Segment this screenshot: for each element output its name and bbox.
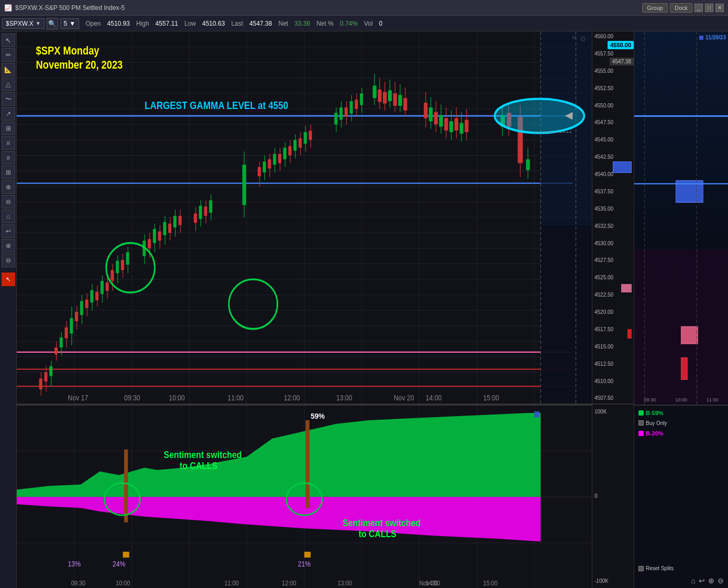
time-14-00: 14:00 — [426, 394, 442, 402]
open-label: Open — [85, 20, 101, 27]
price-chart: ⚙ ≡ — [17, 31, 634, 405]
svg-rect-150 — [299, 138, 302, 148]
tool-zoom-out[interactable]: ⊖ — [2, 254, 15, 267]
back-nav-icon[interactable]: ↩ — [699, 576, 705, 585]
candles-nov17-early — [39, 321, 68, 396]
legend-buy-only[interactable]: Buy Only — [638, 420, 724, 426]
buy-only-checkbox[interactable] — [638, 420, 644, 426]
price-4545: 4545.00 — [594, 137, 632, 143]
svg-rect-213 — [449, 121, 453, 132]
svg-rect-45 — [60, 337, 63, 347]
svg-rect-189 — [393, 93, 397, 106]
price-chart-svg: $SPX Monday November 20, 2023 LARGEST GA… — [17, 31, 592, 404]
candles-11am — [142, 210, 181, 264]
tool-arrow[interactable]: ↗ — [2, 107, 15, 121]
svg-rect-60 — [85, 299, 89, 308]
toolbar: $SPXW.X ▼ 🔍 5 ▼ Open 4510.93 High 4557.1… — [0, 16, 728, 31]
legend-green-dot — [638, 410, 644, 416]
net-pct-label: Net % — [316, 20, 334, 27]
net-label: Net — [278, 20, 288, 27]
price-4532: 4532.50 — [594, 223, 632, 229]
svg-rect-204 — [434, 112, 438, 125]
legend-reset-splits[interactable]: Reset Splits — [638, 565, 724, 571]
tool-measure[interactable]: 📐 — [2, 63, 15, 77]
symbol-label: $SPXW.X — [6, 20, 34, 27]
pct-24: 24% — [113, 559, 126, 568]
net-value: 33.36 — [294, 20, 310, 27]
svg-rect-72 — [106, 282, 109, 291]
svg-rect-219 — [459, 123, 463, 134]
sentiment-text-1a: Sentiment switched — [164, 450, 242, 460]
tool-calc[interactable]: ⊖ — [2, 195, 15, 209]
left-toolbar: ↖ ✏ 📐 △ 〜 ↗ ⊞ ≡ ≡ ⊞ ⊕ ⊖ ⌂ ↩ ⊕ ⊖ ↖ — [0, 31, 17, 588]
low-value: 4510.63 — [202, 20, 225, 27]
s-time-11-00: 11:00 — [225, 579, 239, 586]
restore-button[interactable]: □ — [705, 4, 713, 12]
price-4522: 4522.50 — [594, 292, 632, 298]
tool-select[interactable]: ↖ — [2, 273, 15, 286]
svg-rect-162 — [339, 107, 343, 120]
sentiment-scale: 100K 0 -100K — [592, 405, 634, 588]
dock-button[interactable]: Dock — [670, 3, 692, 13]
symbol-box[interactable]: $SPXW.X ▼ — [2, 18, 45, 29]
tool-list1[interactable]: ≡ — [2, 136, 15, 150]
date-marker-icon — [699, 36, 703, 40]
high-value: 4557.11 — [156, 20, 178, 27]
tool-grid[interactable]: ⊞ — [2, 166, 15, 179]
tool-zoom-in[interactable]: ⊕ — [2, 239, 15, 253]
svg-rect-120 — [209, 200, 212, 213]
interval-box[interactable]: 5 ▼ — [60, 18, 80, 29]
zoom-out-nav-icon[interactable]: ⊖ — [718, 576, 724, 585]
right-panel-price: 09:30 10:00 11:00 11/20/23 — [634, 31, 728, 405]
svg-rect-57 — [80, 301, 83, 315]
svg-rect-111 — [194, 213, 197, 223]
svg-rect-234 — [526, 159, 530, 170]
right-red-rect — [681, 358, 688, 380]
tool-wave[interactable]: 〜 — [2, 92, 15, 106]
svg-rect-192 — [398, 95, 402, 106]
svg-rect-78 — [116, 261, 119, 274]
symbol-dropdown-arrow[interactable]: ▼ — [36, 20, 41, 26]
price-4560: 4560.00 — [594, 34, 632, 39]
legend-b20: B-20% — [638, 430, 724, 437]
date-marker — [534, 411, 539, 417]
future-overlay-dark — [541, 225, 592, 404]
price-4542: 4542.50 — [594, 154, 632, 160]
reset-splits-checkbox[interactable] — [638, 566, 644, 571]
svg-rect-144 — [289, 146, 292, 156]
low-label: Low — [184, 20, 196, 27]
svg-rect-48 — [65, 328, 68, 339]
tool-list2[interactable]: ≡ — [2, 151, 15, 165]
legend-b59: B-59% — [638, 410, 724, 416]
tool-cursor[interactable]: ↖ — [2, 34, 15, 47]
window-title: $SPXW.X-S&P 500 PM Settled Index-5 — [15, 4, 125, 12]
tool-home[interactable]: ⌂ — [2, 210, 15, 223]
group-button[interactable]: Group — [642, 3, 668, 13]
interval-dropdown[interactable]: ▼ — [69, 20, 75, 27]
home-nav-icon[interactable]: ⌂ — [691, 576, 696, 585]
price-4515: 4515.00 — [594, 344, 632, 350]
svg-rect-105 — [173, 216, 177, 227]
bar-marker-2 — [305, 420, 309, 507]
svg-rect-126 — [258, 167, 261, 177]
zoom-in-nav-icon[interactable]: ⊕ — [708, 576, 714, 585]
close-button[interactable]: ✕ — [715, 4, 724, 12]
pct-59: 59% — [311, 411, 325, 420]
sentiment-svg: 59% Sentiment switched to CALLS Sentimen… — [17, 406, 592, 588]
price-4552: 4552.50 — [594, 85, 632, 91]
tool-fib[interactable]: ⊕ — [2, 180, 15, 194]
tool-trend[interactable]: △ — [2, 78, 15, 91]
legend-b20-label: B-20% — [646, 430, 664, 437]
s-time-15-00: 15:00 — [483, 579, 498, 586]
svg-rect-102 — [168, 224, 171, 233]
last-label: Last — [231, 20, 243, 27]
sentiment-text-2b: to CALLS — [359, 528, 396, 539]
search-button[interactable]: 🔍 — [47, 18, 58, 29]
tool-undo[interactable]: ↩ — [2, 224, 15, 238]
scale-minus100k: -100K — [594, 578, 632, 584]
tool-draw[interactable]: ✏ — [2, 48, 15, 62]
minimize-button[interactable]: _ — [694, 4, 703, 12]
svg-rect-69 — [101, 281, 104, 294]
date-text-right: 11/20/23 — [705, 35, 726, 40]
tool-pattern[interactable]: ⊞ — [2, 122, 15, 135]
